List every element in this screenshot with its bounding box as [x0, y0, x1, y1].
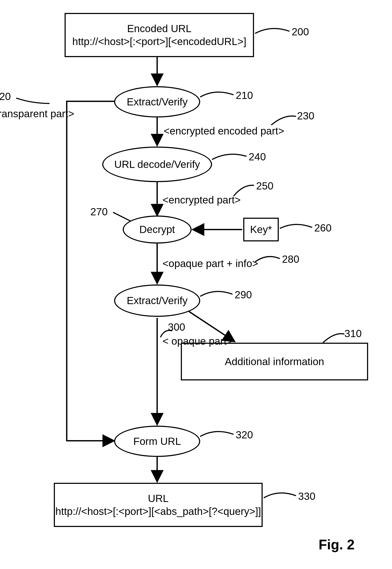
- flowchart-canvas: Encoded URL http://<host>[:<port>][<enco…: [0, 0, 392, 569]
- figure-label: Fig. 2: [319, 537, 354, 553]
- lead-330: [0, 0, 392, 569]
